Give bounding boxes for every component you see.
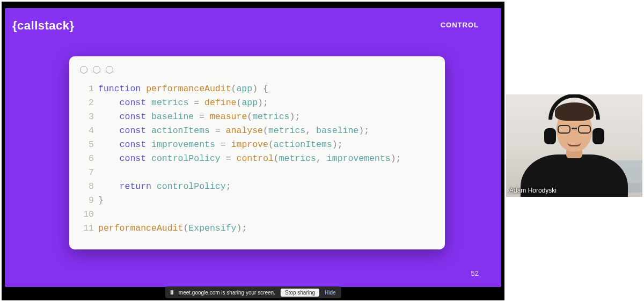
line-number: 8 xyxy=(79,180,94,194)
participant-video-tile[interactable]: Adam Horodyski xyxy=(506,94,642,197)
code-token: metrics xyxy=(279,153,316,164)
code-line: 11performanceAudit(Expensify); xyxy=(79,222,435,235)
code-line: 7 xyxy=(79,166,435,180)
code-token: ( xyxy=(263,126,268,136)
code-line: 2 const metrics = define(app); xyxy=(79,96,435,110)
brand-logo-text: {callstack} xyxy=(12,19,75,33)
code-token: ) xyxy=(391,153,396,164)
slide-page-number: 52 xyxy=(471,269,479,277)
code-token: actionItems xyxy=(274,139,332,150)
code-token: = xyxy=(226,153,231,164)
participant-avatar-illustration xyxy=(529,120,620,197)
code-line: 9} xyxy=(79,194,435,208)
code-line: 6 const controlPolicy = control(metrics,… xyxy=(79,152,435,166)
code-token: performanceAudit xyxy=(146,84,231,94)
code-token: ( xyxy=(183,223,188,233)
code-token: ) xyxy=(358,126,364,136)
code-token: Expensify xyxy=(188,223,236,233)
presentation-slide: {callstack} CONTROL 52 1function perform… xyxy=(5,8,501,287)
code-token: ) xyxy=(252,84,258,94)
code-token: const xyxy=(120,98,147,108)
code-token: control xyxy=(236,153,273,164)
share-toast-message: meet.google.com is sharing your screen. xyxy=(179,290,275,296)
code-token: ; xyxy=(295,112,300,122)
code-token: analyse xyxy=(226,126,263,136)
code-token: ( xyxy=(231,84,237,94)
code-token: app xyxy=(236,84,252,94)
code-token: ; xyxy=(241,223,247,233)
code-token: metrics xyxy=(151,98,188,108)
code-token: , xyxy=(316,153,321,164)
code-token: ) xyxy=(236,223,241,233)
stop-sharing-button[interactable]: Stop sharing xyxy=(281,289,319,297)
code-token: baseline xyxy=(316,126,358,136)
code-token: controlPolicy xyxy=(151,153,221,164)
code-token: baseline xyxy=(151,112,194,122)
code-token: ; xyxy=(364,126,369,136)
line-number: 7 xyxy=(79,166,94,180)
line-number: 6 xyxy=(79,152,94,166)
screen-share-toast: meet.google.com is sharing your screen. … xyxy=(165,286,341,298)
traffic-dot-icon xyxy=(80,66,87,73)
code-window: 1function performanceAudit(app) {2 const… xyxy=(69,56,445,249)
code-token: actionItems xyxy=(151,126,210,136)
code-token: measure xyxy=(210,112,247,122)
code-line: 4 const actionItems = analyse(metrics, b… xyxy=(79,124,435,138)
line-number: 11 xyxy=(79,222,94,235)
code-line: 10 xyxy=(79,208,435,222)
line-number: 9 xyxy=(79,194,94,208)
code-line: 1function performanceAudit(app) { xyxy=(79,82,435,96)
code-token: const xyxy=(120,112,147,122)
code-token: = xyxy=(199,112,204,122)
code-token: = xyxy=(194,98,199,108)
screen-share-panel: {callstack} CONTROL 52 1function perform… xyxy=(2,2,504,300)
code-token: improve xyxy=(231,139,268,150)
code-token: ) xyxy=(332,139,338,150)
code-token: ( xyxy=(268,139,274,150)
code-token: ; xyxy=(338,139,343,150)
code-token: ) xyxy=(290,112,295,122)
code-line: 3 const baseline = measure(metrics); xyxy=(79,110,435,124)
code-line: 5 const improvements = improve(actionIte… xyxy=(79,138,435,152)
code-token: ( xyxy=(236,98,241,108)
line-number: 4 xyxy=(79,124,94,138)
video-background xyxy=(506,94,642,197)
code-token: ( xyxy=(274,153,279,164)
code-token: metrics xyxy=(252,112,289,122)
code-token: improvements xyxy=(151,139,215,150)
code-token: improvements xyxy=(327,153,391,164)
code-token: define xyxy=(204,98,236,108)
code-token: const xyxy=(120,153,147,164)
code-token: = xyxy=(221,139,226,150)
code-token: return xyxy=(120,181,151,191)
code-token: app xyxy=(241,98,258,108)
line-number: 5 xyxy=(79,138,94,152)
code-line: 8 return controlPolicy; xyxy=(79,180,435,194)
code-token: const xyxy=(120,126,147,136)
code-token: function xyxy=(98,84,141,94)
code-token: { xyxy=(263,84,268,94)
code-token: } xyxy=(98,195,104,205)
line-number: 3 xyxy=(79,110,94,124)
code-block: 1function performanceAudit(app) {2 const… xyxy=(79,82,435,235)
hide-toast-link[interactable]: Hide xyxy=(325,290,336,296)
code-token: controlPolicy xyxy=(157,181,226,191)
line-number: 2 xyxy=(79,96,94,110)
meet-stage: {callstack} CONTROL 52 1function perform… xyxy=(0,0,644,302)
slide-section-tag: CONTROL xyxy=(441,21,479,29)
code-token: ; xyxy=(396,153,401,164)
code-token: = xyxy=(215,126,221,136)
code-token: ; xyxy=(226,181,231,191)
line-number: 1 xyxy=(79,82,94,96)
pause-icon xyxy=(170,290,173,294)
line-number: 10 xyxy=(79,208,94,222)
code-token: const xyxy=(120,139,147,150)
window-traffic-lights xyxy=(79,64,435,82)
traffic-dot-icon xyxy=(93,66,100,73)
traffic-dot-icon xyxy=(106,66,113,73)
participant-name-label: Adam Horodyski xyxy=(509,187,557,194)
code-token: ) xyxy=(258,98,263,108)
code-token: ( xyxy=(247,112,252,122)
code-token: performanceAudit xyxy=(98,223,183,233)
code-token: metrics xyxy=(268,126,305,136)
